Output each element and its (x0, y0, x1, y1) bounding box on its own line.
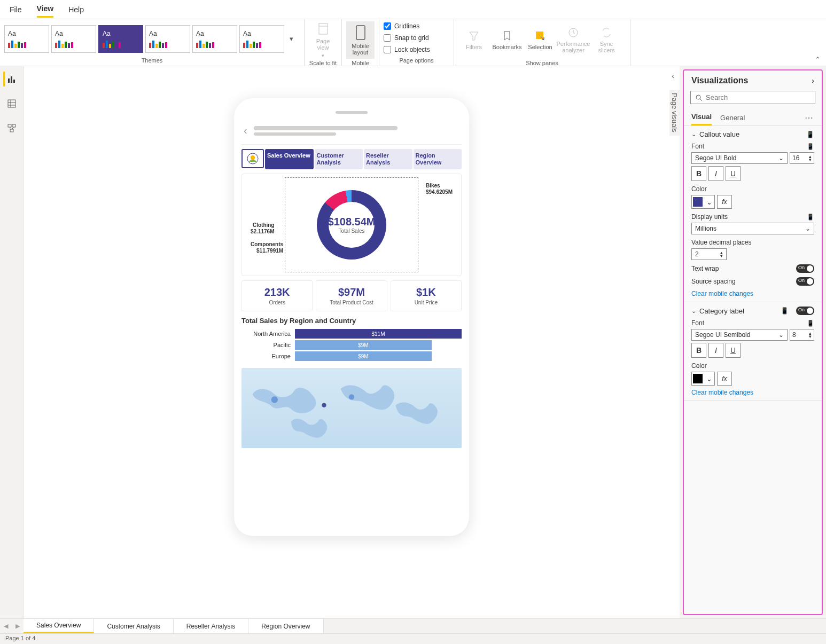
menu-view[interactable]: View (37, 1, 54, 18)
phone-tab-customer[interactable]: Customer Analysis (315, 149, 363, 169)
decimals-spinner[interactable]: 2▴▾ (691, 248, 727, 260)
menu-bar: File View Help (0, 0, 826, 19)
report-view-button[interactable] (3, 72, 18, 87)
panel-more-icon[interactable]: ⋯ (805, 113, 814, 123)
wrap-toggle[interactable]: On (796, 264, 814, 273)
stepper-icon: ▴▾ (720, 251, 723, 258)
font-select-category[interactable]: Segoe UI Semibold⌄ (691, 329, 788, 341)
phone-tab-reseller[interactable]: Reseller Analysis (364, 149, 412, 169)
back-icon[interactable]: ‹ (244, 124, 247, 137)
performance-button[interactable]: Performance analyzer (558, 21, 589, 59)
page-view-button[interactable]: Page view▾ (309, 21, 337, 59)
bar-visual[interactable]: Total Sales by Region and Country North … (241, 317, 462, 363)
font-size-category[interactable]: 8▴▾ (790, 329, 814, 341)
section-head-category[interactable]: ⌄Category label📱On (691, 307, 814, 315)
page-tabs: ◀ ▶ Sales Overview Customer Analysis Res… (0, 618, 826, 633)
font-select-callout[interactable]: Segoe UI Bold⌄ (691, 152, 788, 164)
page-visuals-label[interactable]: Page visuals (669, 90, 680, 136)
color-picker-category[interactable]: ⌄ (691, 372, 715, 386)
mobile-icon (355, 25, 366, 41)
color-label: Color (691, 185, 707, 193)
units-select[interactable]: Millions⌄ (691, 223, 814, 234)
mobile-preview: ‹ Sales Overview Customer Analysis Resel… (234, 98, 469, 536)
phone-tab-region[interactable]: Region Overview (414, 149, 462, 169)
clear-changes-link[interactable]: Clear mobile changes (691, 290, 814, 297)
font-label: Font (691, 319, 704, 327)
color-label: Color (691, 362, 707, 370)
font-size-callout[interactable]: 16▴▾ (790, 152, 814, 164)
ribbon-collapse-icon[interactable]: ⌃ (815, 56, 821, 64)
kpi-orders[interactable]: 213KOrders (241, 280, 313, 311)
map-visual[interactable] (241, 368, 462, 448)
kpi-cost[interactable]: $97MTotal Product Cost (316, 280, 387, 311)
theme-swatch-6[interactable]: Aa (239, 25, 284, 53)
svg-line-16 (12, 127, 14, 129)
mobile-override-icon: 📱 (807, 143, 814, 150)
page-prev-icon[interactable]: ◀ (0, 619, 12, 633)
page-tab-reseller[interactable]: Reseller Analysis (174, 619, 248, 633)
page-tab-sales[interactable]: Sales Overview (24, 619, 94, 633)
svg-rect-0 (319, 23, 328, 34)
gridlines-checkbox[interactable]: Gridlines (384, 21, 419, 31)
filters-button[interactable]: Filters (458, 21, 489, 59)
phone-header: ‹ (241, 121, 462, 145)
bookmarks-button[interactable]: Bookmarks (492, 21, 523, 59)
underline-button[interactable]: U (726, 166, 741, 181)
fx-button[interactable]: fx (717, 372, 732, 386)
kpi-price[interactable]: $1KUnit Price (391, 280, 462, 311)
theme-dropdown-icon[interactable]: ▾ (286, 35, 297, 43)
clear-changes-link[interactable]: Clear mobile changes (691, 389, 814, 396)
theme-swatch-5[interactable]: Aa (192, 25, 237, 53)
spacing-toggle[interactable]: On (796, 277, 814, 286)
bold-button[interactable]: B (691, 343, 706, 358)
bold-button[interactable]: B (691, 166, 706, 181)
search-input[interactable] (690, 91, 815, 104)
theme-swatch-4[interactable]: Aa (145, 25, 190, 53)
tab-general[interactable]: General (720, 111, 745, 125)
mobile-layout-button[interactable]: Mobile layout (346, 21, 375, 59)
ribbon: Aa Aa Aa Aa Aa Aa ▾ Themes Page view▾ Sc… (0, 19, 826, 66)
italic-button[interactable]: I (708, 343, 723, 358)
left-rail (0, 66, 24, 618)
underline-button[interactable]: U (726, 343, 741, 358)
theme-swatch-1[interactable]: Aa (4, 25, 49, 53)
menu-file[interactable]: File (10, 2, 22, 17)
units-label: Display units (691, 213, 728, 221)
svg-rect-12 (8, 124, 11, 127)
fx-button[interactable]: fx (717, 195, 732, 209)
chevron-down-icon: ⌄ (778, 331, 784, 339)
snap-checkbox[interactable]: Snap to grid (384, 33, 429, 43)
donut-total-label: Total Sales (328, 228, 376, 234)
workspace: ‹ Page visuals ‹ Sales Overview Customer… (0, 66, 826, 618)
menu-help[interactable]: Help (68, 2, 84, 17)
lock-checkbox[interactable]: Lock objects (384, 45, 430, 54)
italic-button[interactable]: I (708, 166, 723, 181)
donut-visual[interactable]: Bikes$94.6205M Clothing$2.1176M Componen… (241, 174, 462, 276)
page-tab-customer[interactable]: Customer Analysis (94, 619, 173, 633)
tab-visual[interactable]: Visual (691, 109, 712, 125)
category-toggle[interactable]: On (796, 307, 814, 315)
mobile-override-icon: 📱 (807, 214, 814, 221)
section-category: ⌄Category label📱On Font📱 Segoe UI Semibo… (684, 302, 822, 401)
color-picker-callout[interactable]: ⌄ (691, 195, 715, 209)
sync-button[interactable]: Sync slicers (591, 21, 622, 59)
canvas-collapse-icon[interactable]: ‹ (672, 72, 674, 80)
bar-chart-icon (7, 74, 17, 84)
phone-tab-sales[interactable]: Sales Overview (265, 149, 314, 169)
phone-logo (241, 149, 264, 168)
page-tab-region[interactable]: Region Overview (248, 619, 323, 633)
mobile-override-icon: 📱 (781, 307, 789, 315)
data-view-button[interactable] (4, 96, 19, 111)
selection-icon (534, 30, 546, 42)
page-next-icon[interactable]: ▶ (12, 619, 24, 633)
theme-swatch-3-selected[interactable]: Aa (98, 25, 143, 53)
theme-swatch-2[interactable]: Aa (51, 25, 96, 53)
model-icon (7, 123, 17, 133)
model-view-button[interactable] (4, 121, 19, 136)
svg-rect-8 (8, 100, 15, 107)
panel-expand-icon[interactable]: › (812, 76, 814, 85)
selection-button[interactable]: Selection (525, 21, 556, 59)
decimals-label: Value decimal places (691, 239, 752, 246)
svg-point-20 (349, 395, 354, 400)
section-head-callout[interactable]: ⌄Callout value📱 (691, 130, 814, 138)
